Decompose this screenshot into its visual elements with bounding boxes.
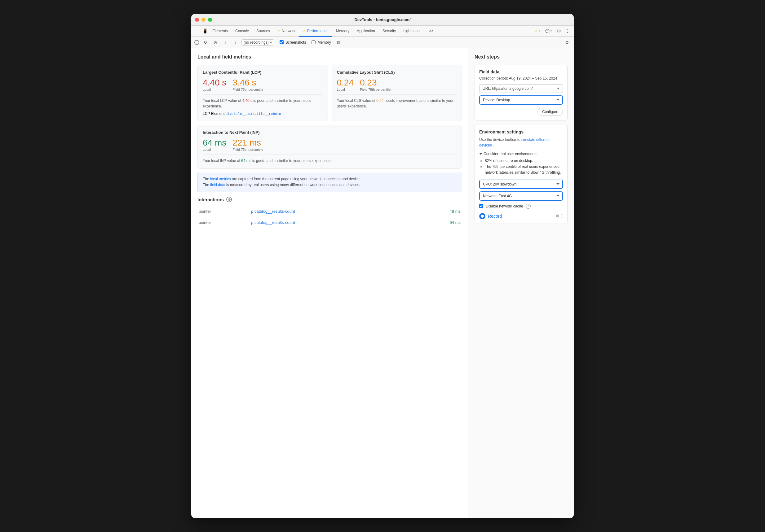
help-icon[interactable]: ?	[526, 204, 531, 209]
lcp-field-label: Field 75th percentile	[233, 88, 263, 91]
disable-cache-checkbox[interactable]	[479, 204, 483, 208]
upload-icon[interactable]: ↑	[222, 39, 229, 46]
recordings-dropdown[interactable]: (no recordings) ▾	[242, 39, 274, 46]
dropdown-arrow-icon: ▾	[270, 40, 272, 45]
interaction-time-2: 64 ms	[414, 217, 462, 228]
field-data-title: Field data	[479, 69, 563, 74]
record-shortcut: ⌘ E	[556, 214, 563, 218]
tab-performance[interactable]: ⚠ Performance	[299, 26, 332, 37]
screenshots-checkbox[interactable]	[280, 40, 284, 44]
table-row: pointer p.catalog__results-count 64 ms	[198, 217, 462, 228]
table-row: pointer p.catalog__results-count 48 ms	[198, 206, 462, 217]
url-select[interactable]: URL: https://fonts.google.com/	[479, 84, 563, 93]
lcp-local-group: 4.40 s Local	[203, 78, 226, 91]
tab-console[interactable]: Console	[232, 26, 253, 37]
device-select[interactable]: Device: Desktop	[480, 96, 562, 104]
lcp-field-group: 3.46 s Field 75th percentile	[233, 78, 263, 91]
lcp-element-row: LCP Element div.tile__text.tile__roboto	[203, 112, 323, 116]
network-select[interactable]: Network: Fast 4G	[480, 192, 562, 200]
triangle-icon	[479, 153, 482, 155]
warning-badge[interactable]: ⚠ 1	[533, 29, 542, 34]
interactions-header: Interactions ⊘	[198, 197, 462, 202]
cls-local-value: 0.24	[337, 78, 354, 87]
network-conditions-icon[interactable]: 🖥	[335, 39, 342, 46]
cpu-select[interactable]: CPU: 20× slowdown	[480, 180, 562, 188]
cls-title: Cumulative Layout Shift (CLS)	[337, 70, 457, 75]
close-button[interactable]	[195, 18, 199, 22]
interaction-type-2: pointer	[198, 217, 250, 228]
nav-tabs: ⬚ 📱 Elements Console Sources ⚠ Network ⚠…	[191, 26, 574, 37]
record-dot-icon[interactable]	[194, 40, 199, 45]
inspect-icon[interactable]: ⬚	[194, 27, 201, 35]
cls-field-label: Field 75th percentile	[360, 88, 390, 91]
list-item: 82% of users are on desktop.	[485, 158, 563, 164]
tab-more[interactable]: >>	[425, 26, 437, 37]
more-options-icon[interactable]: ⋮	[564, 27, 571, 35]
device-icon[interactable]: 📱	[201, 27, 209, 35]
performance-warn-icon: ⚠	[303, 29, 306, 33]
settings-icon[interactable]: ⚙	[555, 27, 563, 35]
inp-field-group: 221 ms Field 75th percentile	[233, 138, 263, 151]
env-desc: Use the device toolbar to simulate diffe…	[479, 137, 563, 148]
env-title: Environment settings	[479, 130, 563, 134]
inp-description: Your local INP value of 64 ms is good, a…	[203, 158, 456, 163]
tab-memory[interactable]: Memory	[332, 26, 353, 37]
network-select-container: Network: Fast 4G	[479, 191, 563, 201]
tab-elements[interactable]: Elements	[209, 26, 232, 37]
disable-cache-row: Disable network cache ?	[479, 204, 563, 209]
interactions-block-icon: ⊘	[226, 197, 232, 202]
inp-local-label: Local	[203, 148, 226, 151]
title-bar: DevTools - fonts.google.com/	[191, 14, 574, 26]
right-panel: Next steps Field data Collection period:…	[468, 48, 574, 518]
lcp-element-label: LCP Element	[203, 112, 225, 116]
left-panel: Local and field metrics Largest Contentf…	[191, 48, 468, 518]
maximize-button[interactable]	[208, 18, 212, 22]
memory-checkbox[interactable]	[312, 40, 316, 44]
lcp-element-selector[interactable]: div.tile__text.tile__roboto	[226, 112, 281, 116]
tab-security[interactable]: Security	[379, 26, 399, 37]
tab-network[interactable]: ⚠ Network	[274, 26, 299, 37]
cls-local-label: Local	[337, 88, 354, 91]
interaction-selector-2[interactable]: p.catalog__results-count	[251, 220, 295, 225]
record-row: Record ⌘ E	[479, 213, 563, 219]
cls-field-group: 0.23 Field 75th percentile	[360, 78, 390, 91]
stop-icon[interactable]: ⊘	[212, 39, 219, 46]
next-steps-title: Next steps	[474, 54, 567, 60]
tab-sources[interactable]: Sources	[253, 26, 274, 37]
minimize-button[interactable]	[202, 18, 206, 22]
inp-field-label: Field 75th percentile	[233, 148, 263, 151]
cls-field-value: 0.23	[360, 78, 390, 87]
cls-values: 0.24 Local 0.23 Field 75th percentile	[337, 78, 457, 91]
field-data-link[interactable]: field data	[210, 183, 225, 187]
configure-button[interactable]: Configure	[537, 108, 563, 116]
section-title: Local and field metrics	[198, 54, 462, 60]
collection-period: Collection period: Aug 19, 2024 – Sep 15…	[479, 76, 563, 81]
screenshots-checkbox-group: Screenshots	[280, 40, 306, 45]
info-badge[interactable]: 💬 2	[543, 29, 554, 34]
info-box: The local metrics are captured from the …	[198, 172, 462, 192]
tab-lighthouse[interactable]: Lighthouse	[399, 26, 425, 37]
window-controls	[195, 18, 212, 22]
tab-application[interactable]: Application	[353, 26, 379, 37]
local-metrics-link[interactable]: local metrics	[210, 177, 231, 181]
interactions-title-text: Interactions	[198, 197, 224, 202]
window-title: DevTools - fonts.google.com/	[354, 17, 410, 22]
settings-gear-icon[interactable]: ⚙	[563, 39, 571, 46]
record-button[interactable]: Record	[479, 213, 502, 219]
download-icon[interactable]: ↓	[232, 39, 239, 46]
field-data-card: Field data Collection period: Aug 19, 20…	[474, 65, 567, 121]
refresh-icon[interactable]: ↻	[202, 39, 209, 46]
cls-local-group: 0.24 Local	[337, 78, 354, 91]
inp-field-value: 221 ms	[233, 138, 263, 147]
env-selects: CPU: 20× slowdown Network: Fast 4G	[479, 179, 563, 201]
nav-right-actions: ⚠ 1 💬 2 ⚙ ⋮	[533, 27, 571, 35]
lcp-local-value: 4.40 s	[203, 78, 226, 87]
lcp-field-value: 3.46 s	[233, 78, 263, 87]
consider-title: Consider real user environments	[479, 152, 563, 156]
cpu-select-container: CPU: 20× slowdown	[479, 179, 563, 189]
main-content: Local and field metrics Largest Contentf…	[191, 48, 574, 518]
record-inner-icon	[481, 215, 484, 218]
memory-checkbox-group: Memory	[312, 40, 331, 45]
info-icon-badge: 💬	[545, 29, 549, 33]
interaction-selector-1[interactable]: p.catalog__results-count	[251, 209, 295, 214]
